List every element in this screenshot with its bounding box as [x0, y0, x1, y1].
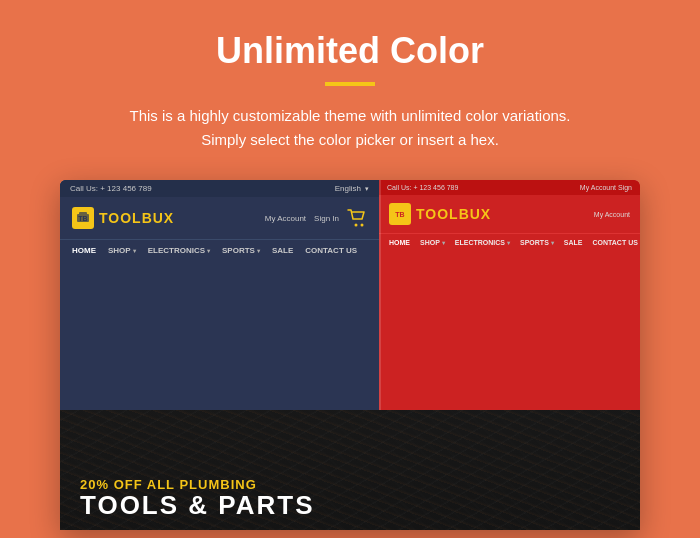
chevron-down-icon: ▾	[365, 185, 369, 193]
right-nav-electronics[interactable]: ELECTRONICS ▾	[455, 239, 510, 246]
topbar-right: English ▾	[335, 184, 369, 193]
right-panel: Call Us: + 123 456 789 My Account Sign T…	[379, 180, 640, 410]
right-nav-contact[interactable]: CONTACT US	[592, 239, 637, 246]
logo-icon: TB	[72, 207, 94, 229]
right-logo-area: TB TOOLBUX	[389, 203, 491, 225]
cart-icon[interactable]	[347, 209, 367, 227]
my-account-link[interactable]: My Account	[265, 214, 306, 223]
panel-container: Call Us: + 123 456 789 English ▾ TB	[60, 180, 640, 410]
nav-sports[interactable]: SPORTS ▾	[222, 246, 260, 255]
topbar-phone: Call Us: + 123 456 789	[70, 184, 152, 193]
right-nav-sports[interactable]: SPORTS ▾	[520, 239, 554, 246]
left-navbar: HOME SHOP ▾ ELECTRONICS ▾ SPORTS ▾ SALE …	[60, 239, 379, 261]
right-navbar: HOME SHOP ▾ ELECTRONICS ▾ SPORTS ▾ SALE …	[379, 233, 640, 251]
topbar-language: English	[335, 184, 361, 193]
left-panel: Call Us: + 123 456 789 English ▾ TB	[60, 180, 379, 410]
right-nav-shop[interactable]: SHOP ▾	[420, 239, 445, 246]
browser-mockup: Call Us: + 123 456 789 English ▾ TB	[60, 180, 640, 530]
logobar-right: My Account Sign In	[265, 209, 367, 227]
nav-shop[interactable]: SHOP ▾	[108, 246, 136, 255]
subtitle: This is a highly customizable theme with…	[129, 104, 570, 152]
right-nav-sale[interactable]: SALE	[564, 239, 583, 246]
right-logo-icon: TB	[389, 203, 411, 225]
right-topbar: Call Us: + 123 456 789 My Account Sign	[379, 180, 640, 195]
nav-home[interactable]: HOME	[72, 246, 96, 255]
sign-in-link[interactable]: Sign In	[314, 214, 339, 223]
right-topbar-phone: Call Us: + 123 456 789	[387, 184, 458, 191]
promo-line2: TOOLS & PARTS	[80, 492, 620, 518]
panel-divider	[379, 180, 381, 410]
nav-electronics[interactable]: ELECTRONICS ▾	[148, 246, 210, 255]
nav-sale[interactable]: SALE	[272, 246, 293, 255]
logo-area: TB TOOLBUX	[72, 207, 174, 229]
right-my-account[interactable]: My Account	[594, 211, 630, 218]
title-underline	[325, 82, 375, 86]
left-topbar: Call Us: + 123 456 789 English ▾	[60, 180, 379, 197]
page-title: Unlimited Color	[216, 30, 484, 72]
right-topbar-account: My Account Sign	[580, 184, 632, 191]
svg-text:TB: TB	[395, 211, 404, 218]
nav-contact[interactable]: CONTACT US	[305, 246, 357, 255]
right-nav-home[interactable]: HOME	[389, 239, 410, 246]
svg-text:TB: TB	[78, 215, 87, 222]
logo-text: TOOLBUX	[99, 210, 174, 226]
left-logobar: TB TOOLBUX My Account Sign In	[60, 197, 379, 239]
svg-point-4	[355, 224, 358, 227]
right-logobar: TB TOOLBUX My Account	[379, 195, 640, 233]
promo-panel: 20% OFF ALL PLUMBING TOOLS & PARTS	[60, 410, 640, 530]
right-logo-text: TOOLBUX	[416, 206, 491, 222]
promo-text: 20% OFF ALL PLUMBING TOOLS & PARTS	[80, 477, 620, 518]
svg-point-5	[361, 224, 364, 227]
